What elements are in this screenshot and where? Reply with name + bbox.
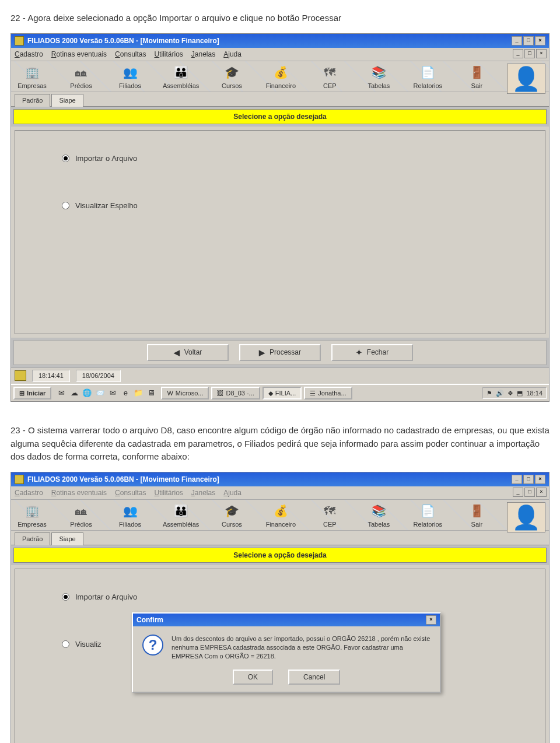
tool-cursos[interactable]: 🎓 Cursos [214, 502, 249, 531]
mdi-maximize[interactable]: □ [524, 49, 535, 58]
dialog-title: Confirm [136, 615, 163, 625]
tool-label: Empresas [18, 81, 47, 91]
tool-assembleias[interactable]: 👪 Assembléias [162, 502, 200, 531]
tab-padrao[interactable]: Padrão [15, 94, 50, 107]
processar-button[interactable]: ▶ Processar [239, 344, 321, 362]
tool-relatorios[interactable]: 📄 Relatorios [410, 502, 445, 531]
mdi-maximize[interactable]: □ [524, 488, 535, 497]
tool-financeiro[interactable]: 💰 Financeiro [263, 502, 298, 531]
radio-panel: Importar o Arquivo Visualizar Espelho [15, 130, 545, 334]
maximize-button[interactable]: □ [523, 36, 534, 45]
tool-label: Assembléias [163, 520, 199, 530]
fechar-button[interactable]: ✦ Fechar [331, 344, 413, 362]
button-label: Voltar [184, 347, 202, 358]
tool-predios[interactable]: 🏘 Prédios [64, 502, 99, 531]
tool-tabelas[interactable]: 📚 Tabelas [361, 502, 396, 531]
ql-icon[interactable]: ✉ [56, 388, 66, 398]
ql-icon[interactable]: 📨 [94, 388, 105, 398]
tool-cursos[interactable]: 🎓 Cursos [214, 64, 249, 92]
ql-icon[interactable]: ☁ [69, 388, 79, 398]
app-window-2: FILIADOS 2000 Versão 5.0.06BN - [Movimen… [10, 472, 550, 744]
tool-label: Prédios [70, 520, 92, 530]
task-image[interactable]: 🖼 D8_03 -... [211, 387, 260, 400]
ql-icon[interactable]: 🌐 [82, 388, 92, 398]
dialog-message: Um dos descontos do arquivo a ser import… [172, 635, 430, 661]
dialog-body: ? Um dos descontos do arquivo a ser impo… [133, 626, 440, 667]
tool-tabelas[interactable]: 📚 Tabelas [361, 64, 396, 92]
menu-cadastro[interactable]: Cadastro [15, 49, 43, 59]
window-controls: _ □ × [512, 36, 545, 45]
building-icon: 🏢 [23, 503, 41, 518]
ok-button[interactable]: OK [233, 670, 273, 685]
tool-label: CEP [323, 81, 337, 91]
button-row: ◀ Voltar ▶ Processar ✦ Fechar [13, 340, 547, 366]
start-button[interactable]: ⊞ Iniciar [13, 387, 51, 400]
tabstrip: Padrão Siape [11, 92, 549, 107]
close-button[interactable]: × [535, 36, 545, 45]
minimize-button[interactable]: _ [512, 475, 522, 484]
menu-rotinas: Rotinas eventuais [51, 488, 107, 498]
menu-janelas[interactable]: Janelas [191, 49, 215, 59]
tool-sair[interactable]: 🚪 Sair [459, 502, 494, 531]
image-icon: 🖼 [217, 388, 223, 398]
tool-sair[interactable]: 🚪 Sair [459, 64, 494, 92]
tool-relatorios[interactable]: 📄 Relatorios [410, 64, 445, 92]
menu-consultas[interactable]: Consultas [115, 49, 146, 59]
radio-visualizar[interactable]: Visualizar Espelho [62, 200, 522, 212]
tab-siape[interactable]: Siape [51, 94, 83, 107]
close-button[interactable]: × [535, 475, 545, 484]
cancel-button[interactable]: Cancel [288, 670, 340, 685]
menu-utilitarios[interactable]: Utilitários [154, 49, 183, 59]
tray-icon[interactable]: ❖ [508, 388, 513, 398]
tool-predios[interactable]: 🏘 Prédios [64, 64, 99, 92]
group-icon: 👪 [172, 65, 190, 80]
arrow-right-icon: ▶ [259, 347, 265, 359]
tray-icon[interactable]: ⚑ [487, 388, 492, 398]
tool-empresas[interactable]: 🏢 Empresas [15, 64, 50, 92]
tab-siape[interactable]: Siape [51, 532, 83, 545]
report-icon: 📄 [419, 65, 436, 80]
houses-icon: 🏘 [72, 65, 90, 80]
radio-importar[interactable]: Importar o Arquivo [62, 153, 522, 164]
dialog-close-button[interactable]: × [426, 615, 436, 625]
tool-financeiro[interactable]: 💰 Financeiro [263, 64, 298, 92]
tray-icon[interactable]: 🔊 [496, 388, 504, 398]
tray-icon[interactable]: ⬒ [517, 388, 523, 398]
tab-padrao[interactable]: Padrão [15, 532, 50, 545]
task-word[interactable]: W Microso... [161, 387, 209, 400]
radio-importar[interactable]: Importar o Arquivo [62, 591, 522, 603]
menu-janelas: Janelas [191, 488, 215, 498]
tool-label: Empresas [18, 520, 47, 530]
minimize-button[interactable]: _ [512, 36, 522, 45]
menu-ajuda[interactable]: Ajuda [223, 49, 242, 59]
taskbar: ⊞ Iniciar ✉ ☁ 🌐 📨 ✉ e 📁 🖥 W Microso... 🖼… [11, 384, 549, 402]
ql-icon[interactable]: 📁 [133, 388, 144, 398]
voltar-button[interactable]: ◀ Voltar [147, 344, 229, 362]
task-filiados[interactable]: ◆ FILIA... [262, 387, 302, 400]
doc-step-23: 23 - O sistema varrerar todo o arquivo D… [0, 412, 560, 472]
mdi-close[interactable]: × [536, 49, 547, 58]
tool-cep[interactable]: 🗺 CEP [312, 502, 347, 531]
tool-filiados[interactable]: 👥 Filiados [113, 64, 148, 92]
tool-assembleias[interactable]: 👪 Assembléias [162, 64, 200, 92]
tray-clock: 18:14 [526, 388, 542, 398]
tool-filiados[interactable]: 👥 Filiados [113, 502, 148, 531]
tool-label: Cursos [222, 81, 242, 91]
app-window-1: FILIADOS 2000 Versão 5.0.06BN - [Movimen… [10, 33, 550, 402]
ql-icon[interactable]: e [120, 388, 131, 398]
mdi-minimize[interactable]: _ [513, 49, 523, 58]
mdi-minimize[interactable]: _ [513, 488, 523, 497]
maximize-button[interactable]: □ [523, 475, 534, 484]
arrow-left-icon: ◀ [174, 347, 180, 359]
tool-cep[interactable]: 🗺 CEP [312, 64, 347, 92]
mdi-close[interactable]: × [536, 488, 547, 497]
ql-icon[interactable]: ✉ [107, 388, 118, 398]
tool-label: Prédios [70, 81, 92, 91]
tool-empresas[interactable]: 🏢 Empresas [15, 502, 50, 531]
menu-rotinas[interactable]: Rotinas eventuais [51, 49, 107, 59]
statusbar: 18:14:41 18/06/2004 [11, 367, 549, 384]
task-jonatha[interactable]: ☰ Jonatha... [304, 387, 352, 400]
money-icon: 💰 [272, 503, 289, 518]
ql-icon[interactable]: 🖥 [146, 388, 156, 398]
tool-label: Financeiro [266, 81, 296, 91]
